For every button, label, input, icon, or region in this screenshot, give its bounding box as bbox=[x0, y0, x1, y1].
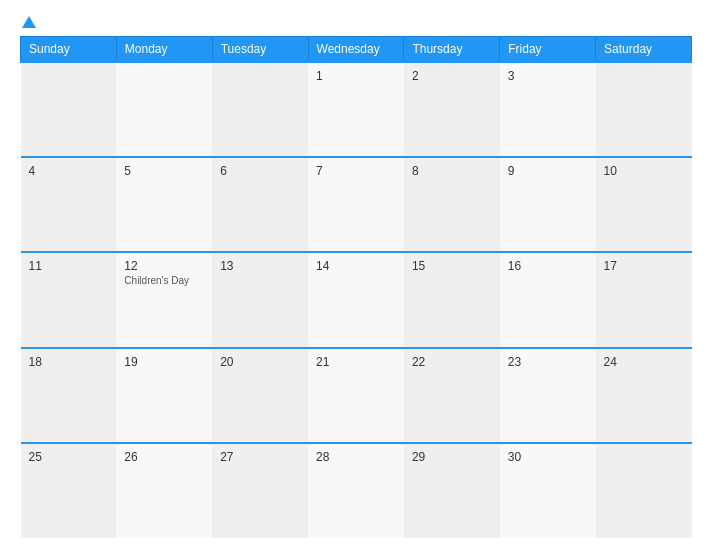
day-number: 1 bbox=[316, 69, 396, 83]
day-number: 24 bbox=[604, 355, 684, 369]
calendar-cell: 5 bbox=[116, 157, 212, 252]
weekday-header-tuesday: Tuesday bbox=[212, 37, 308, 63]
week-row-2: 45678910 bbox=[21, 157, 692, 252]
day-number: 22 bbox=[412, 355, 492, 369]
day-number: 30 bbox=[508, 450, 588, 464]
calendar-header bbox=[20, 16, 692, 26]
calendar-cell: 14 bbox=[308, 252, 404, 347]
day-number: 13 bbox=[220, 259, 300, 273]
day-number: 19 bbox=[124, 355, 204, 369]
calendar-cell: 15 bbox=[404, 252, 500, 347]
calendar-cell: 20 bbox=[212, 348, 308, 443]
day-number: 28 bbox=[316, 450, 396, 464]
calendar-cell: 21 bbox=[308, 348, 404, 443]
calendar-table: SundayMondayTuesdayWednesdayThursdayFrid… bbox=[20, 36, 692, 538]
day-number: 25 bbox=[29, 450, 109, 464]
day-number: 3 bbox=[508, 69, 588, 83]
calendar-cell bbox=[596, 443, 692, 538]
calendar-cell bbox=[212, 62, 308, 157]
weekday-header-monday: Monday bbox=[116, 37, 212, 63]
day-number: 8 bbox=[412, 164, 492, 178]
logo-general-text bbox=[20, 16, 36, 26]
calendar-cell: 9 bbox=[500, 157, 596, 252]
day-number: 16 bbox=[508, 259, 588, 273]
day-number: 11 bbox=[29, 259, 109, 273]
holiday-label: Children's Day bbox=[124, 275, 204, 286]
calendar-cell bbox=[596, 62, 692, 157]
day-number: 4 bbox=[29, 164, 109, 178]
calendar-cell: 16 bbox=[500, 252, 596, 347]
day-number: 29 bbox=[412, 450, 492, 464]
calendar-cell: 26 bbox=[116, 443, 212, 538]
calendar-cell: 23 bbox=[500, 348, 596, 443]
day-number: 15 bbox=[412, 259, 492, 273]
calendar-cell: 28 bbox=[308, 443, 404, 538]
calendar-cell: 29 bbox=[404, 443, 500, 538]
week-row-5: 252627282930 bbox=[21, 443, 692, 538]
calendar-cell: 30 bbox=[500, 443, 596, 538]
week-row-3: 1112Children's Day1314151617 bbox=[21, 252, 692, 347]
weekday-header-wednesday: Wednesday bbox=[308, 37, 404, 63]
calendar-cell: 17 bbox=[596, 252, 692, 347]
weekday-header-sunday: Sunday bbox=[21, 37, 117, 63]
day-number: 6 bbox=[220, 164, 300, 178]
day-number: 2 bbox=[412, 69, 492, 83]
weekday-header-friday: Friday bbox=[500, 37, 596, 63]
calendar-cell: 22 bbox=[404, 348, 500, 443]
day-number: 23 bbox=[508, 355, 588, 369]
day-number: 9 bbox=[508, 164, 588, 178]
calendar-cell: 6 bbox=[212, 157, 308, 252]
calendar-page: SundayMondayTuesdayWednesdayThursdayFrid… bbox=[0, 0, 712, 550]
day-number: 5 bbox=[124, 164, 204, 178]
day-number: 26 bbox=[124, 450, 204, 464]
calendar-cell: 7 bbox=[308, 157, 404, 252]
calendar-cell: 12Children's Day bbox=[116, 252, 212, 347]
calendar-cell: 25 bbox=[21, 443, 117, 538]
calendar-cell: 18 bbox=[21, 348, 117, 443]
calendar-cell: 11 bbox=[21, 252, 117, 347]
week-row-1: 123 bbox=[21, 62, 692, 157]
calendar-cell bbox=[116, 62, 212, 157]
day-number: 17 bbox=[604, 259, 684, 273]
day-number: 10 bbox=[604, 164, 684, 178]
calendar-cell: 3 bbox=[500, 62, 596, 157]
calendar-cell: 10 bbox=[596, 157, 692, 252]
calendar-cell: 1 bbox=[308, 62, 404, 157]
calendar-cell: 2 bbox=[404, 62, 500, 157]
day-number: 14 bbox=[316, 259, 396, 273]
calendar-cell: 8 bbox=[404, 157, 500, 252]
calendar-cell: 19 bbox=[116, 348, 212, 443]
weekday-header-saturday: Saturday bbox=[596, 37, 692, 63]
day-number: 18 bbox=[29, 355, 109, 369]
day-number: 20 bbox=[220, 355, 300, 369]
weekday-header-thursday: Thursday bbox=[404, 37, 500, 63]
calendar-cell: 24 bbox=[596, 348, 692, 443]
weekday-header-row: SundayMondayTuesdayWednesdayThursdayFrid… bbox=[21, 37, 692, 63]
logo bbox=[20, 16, 36, 26]
calendar-cell bbox=[21, 62, 117, 157]
day-number: 27 bbox=[220, 450, 300, 464]
calendar-cell: 27 bbox=[212, 443, 308, 538]
day-number: 7 bbox=[316, 164, 396, 178]
logo-triangle-icon bbox=[22, 16, 36, 28]
week-row-4: 18192021222324 bbox=[21, 348, 692, 443]
day-number: 21 bbox=[316, 355, 396, 369]
calendar-cell: 4 bbox=[21, 157, 117, 252]
calendar-cell: 13 bbox=[212, 252, 308, 347]
day-number: 12 bbox=[124, 259, 204, 273]
